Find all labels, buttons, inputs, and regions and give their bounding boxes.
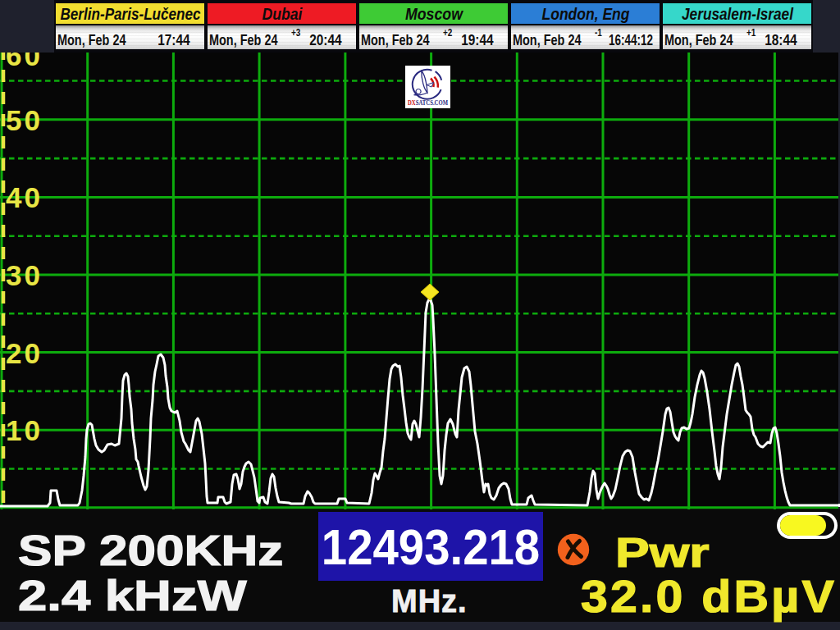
svg-text:50: 50 [6,104,43,136]
svg-text:40: 40 [6,181,43,213]
svg-text:10: 10 [6,414,43,446]
svg-text:20: 20 [6,337,43,369]
svg-text:30: 30 [6,259,43,291]
svg-text:DXSATCS.COM: DXSATCS.COM [408,98,448,107]
svg-text:60: 60 [6,52,43,71]
